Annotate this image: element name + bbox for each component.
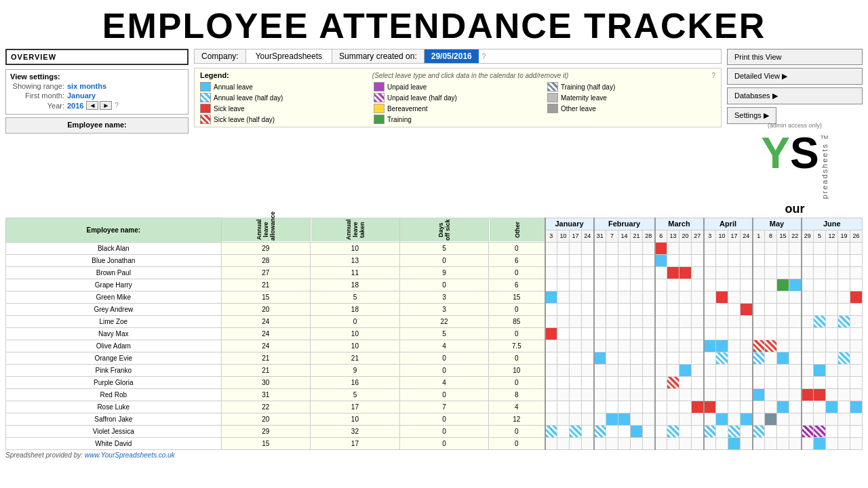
cal-cell[interactable]: [545, 266, 557, 279]
cal-cell[interactable]: [570, 303, 582, 315]
cal-cell[interactable]: [606, 376, 618, 388]
cal-cell[interactable]: [850, 279, 863, 291]
cal-cell[interactable]: [582, 376, 594, 388]
cal-cell[interactable]: [765, 303, 777, 315]
cal-cell[interactable]: [826, 376, 838, 388]
cal-cell[interactable]: [826, 254, 838, 266]
cal-cell[interactable]: [741, 352, 753, 364]
cal-cell[interactable]: [570, 340, 582, 352]
cal-cell[interactable]: [802, 340, 814, 352]
cal-cell[interactable]: [838, 303, 850, 315]
cal-cell[interactable]: [826, 279, 838, 291]
cal-cell[interactable]: [631, 401, 643, 413]
cal-cell[interactable]: [826, 327, 838, 340]
cal-cell[interactable]: [704, 315, 716, 327]
cal-cell[interactable]: [728, 437, 741, 449]
cal-cell[interactable]: [570, 266, 582, 279]
cal-cell[interactable]: [741, 340, 753, 352]
cal-cell[interactable]: [850, 413, 863, 425]
cal-cell[interactable]: [850, 376, 863, 388]
cal-cell[interactable]: [545, 340, 557, 352]
cal-cell[interactable]: [777, 340, 789, 352]
cal-cell[interactable]: [777, 315, 789, 327]
cal-cell[interactable]: [557, 254, 570, 266]
legend-annual[interactable]: Annual leave: [200, 82, 368, 92]
cal-cell[interactable]: [545, 303, 557, 315]
cal-cell[interactable]: [679, 291, 692, 303]
cal-cell[interactable]: [850, 437, 863, 449]
cal-cell[interactable]: [643, 401, 655, 413]
cal-cell[interactable]: [643, 425, 655, 437]
cal-cell[interactable]: [655, 352, 667, 364]
cal-cell[interactable]: [814, 401, 826, 413]
cal-cell[interactable]: [850, 364, 863, 376]
cal-cell[interactable]: [679, 437, 692, 449]
cal-cell[interactable]: [826, 303, 838, 315]
cal-cell[interactable]: [679, 315, 692, 327]
cal-cell[interactable]: [838, 291, 850, 303]
cal-cell[interactable]: [667, 254, 679, 266]
cal-cell[interactable]: [582, 254, 594, 266]
cal-cell[interactable]: [777, 242, 789, 254]
cal-cell[interactable]: [570, 279, 582, 291]
cal-cell[interactable]: [814, 266, 826, 279]
cal-cell[interactable]: [741, 242, 753, 254]
cal-cell[interactable]: [557, 242, 570, 254]
cal-cell[interactable]: [679, 254, 692, 266]
cal-cell[interactable]: [679, 327, 692, 340]
cal-cell[interactable]: [667, 327, 679, 340]
cal-cell[interactable]: [765, 364, 777, 376]
cal-cell[interactable]: [692, 242, 704, 254]
cal-cell[interactable]: [777, 279, 789, 291]
cal-cell[interactable]: [655, 388, 667, 401]
cal-cell[interactable]: [618, 242, 631, 254]
cal-cell[interactable]: [594, 327, 606, 340]
cal-cell[interactable]: [643, 352, 655, 364]
cal-cell[interactable]: [789, 266, 802, 279]
cal-cell[interactable]: [594, 401, 606, 413]
cal-cell[interactable]: [679, 242, 692, 254]
cal-cell[interactable]: [570, 413, 582, 425]
cal-cell[interactable]: [667, 437, 679, 449]
cal-cell[interactable]: [716, 413, 728, 425]
cal-cell[interactable]: [838, 388, 850, 401]
cal-cell[interactable]: [802, 352, 814, 364]
cal-cell[interactable]: [667, 364, 679, 376]
cal-cell[interactable]: [789, 303, 802, 315]
cal-cell[interactable]: [716, 376, 728, 388]
cal-cell[interactable]: [692, 315, 704, 327]
cal-cell[interactable]: [557, 376, 570, 388]
cal-cell[interactable]: [802, 242, 814, 254]
cal-cell[interactable]: [557, 279, 570, 291]
cal-cell[interactable]: [789, 340, 802, 352]
legend-bereavement[interactable]: Bereavement: [374, 104, 542, 113]
cal-cell[interactable]: [594, 266, 606, 279]
cal-cell[interactable]: [716, 279, 728, 291]
cal-cell[interactable]: [618, 388, 631, 401]
cal-cell[interactable]: [582, 242, 594, 254]
legend-sick-half[interactable]: Sick leave (half day): [200, 115, 368, 124]
cal-cell[interactable]: [570, 352, 582, 364]
print-button[interactable]: Print this View: [727, 49, 863, 65]
cal-cell[interactable]: [850, 242, 863, 254]
cal-cell[interactable]: [643, 266, 655, 279]
cal-cell[interactable]: [802, 254, 814, 266]
cal-cell[interactable]: [838, 242, 850, 254]
cal-cell[interactable]: [802, 376, 814, 388]
cal-cell[interactable]: [814, 376, 826, 388]
cal-cell[interactable]: [594, 388, 606, 401]
cal-cell[interactable]: [679, 364, 692, 376]
cal-cell[interactable]: [545, 352, 557, 364]
cal-cell[interactable]: [692, 352, 704, 364]
cal-cell[interactable]: [765, 352, 777, 364]
cal-cell[interactable]: [826, 425, 838, 437]
cal-cell[interactable]: [789, 425, 802, 437]
cal-cell[interactable]: [704, 242, 716, 254]
cal-cell[interactable]: [618, 425, 631, 437]
cal-cell[interactable]: [557, 364, 570, 376]
cal-cell[interactable]: [594, 242, 606, 254]
cal-cell[interactable]: [606, 437, 618, 449]
cal-cell[interactable]: [667, 352, 679, 364]
cal-cell[interactable]: [741, 401, 753, 413]
cal-cell[interactable]: [704, 401, 716, 413]
